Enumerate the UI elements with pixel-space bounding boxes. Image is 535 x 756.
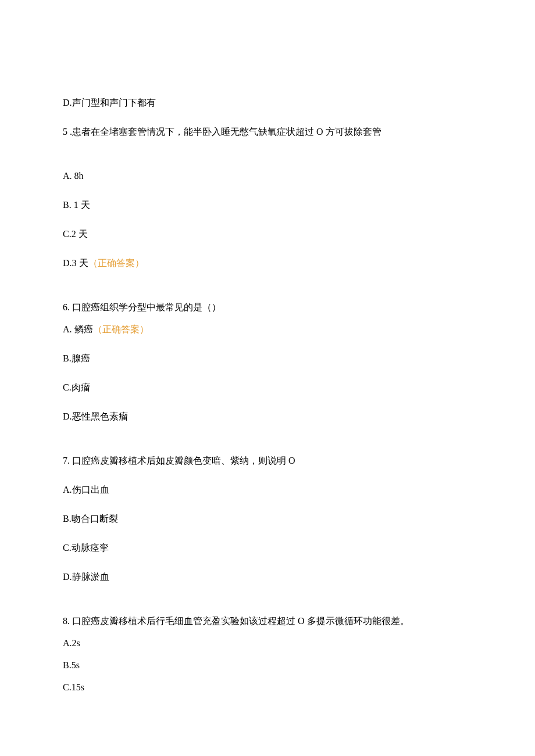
q7-option-c: C.动脉痉挛 xyxy=(63,541,472,555)
q7-question: 7. 口腔癌皮瓣移植术后如皮瓣颜色变暗、紫纳，则说明 O xyxy=(63,454,472,468)
q6-option-d: D.恶性黑色素瘤 xyxy=(63,410,472,424)
q8-option-a-text: A.2s xyxy=(63,638,80,648)
q5-option-b-text: B. 1 天 xyxy=(63,200,90,210)
q8-option-c-text: C.15s xyxy=(63,682,84,692)
q7-option-b-text: B.吻合口断裂 xyxy=(63,514,118,524)
q6-question-text: 6. 口腔癌组织学分型中最常见的是（） xyxy=(63,302,221,312)
q8-option-c: C.15s xyxy=(63,680,472,694)
q7-question-text: 7. 口腔癌皮瓣移植术后如皮瓣颜色变暗、紫纳，则说明 O xyxy=(63,456,295,465)
q6-option-d-text: D.恶性黑色素瘤 xyxy=(63,411,128,421)
q5-option-b: B. 1 天 xyxy=(63,198,472,212)
q4-option-d-text: D.声门型和声门下都有 xyxy=(63,98,156,108)
q5-option-d-text: D.3 天 xyxy=(63,258,88,268)
q4-option-d: D.声门型和声门下都有 xyxy=(63,96,472,110)
q5-correct-label: （正确答案） xyxy=(88,258,144,268)
q8-option-b-text: B.5s xyxy=(63,660,80,670)
q5-question-text: 5 .患者在全堵塞套管情况下，能半卧入睡无憋气缺氧症状超过 O 方可拔除套管 xyxy=(63,127,381,137)
q5-question: 5 .患者在全堵塞套管情况下，能半卧入睡无憋气缺氧症状超过 O 方可拔除套管 xyxy=(63,125,472,139)
q7-option-a: A.伤口出血 xyxy=(63,483,472,497)
q5-option-c: C.2 天 xyxy=(63,227,472,241)
q6-correct-label: （正确答案） xyxy=(93,324,149,334)
q6-option-a: A. 鳞癌（正确答案） xyxy=(63,323,472,336)
q7-option-a-text: A.伤口出血 xyxy=(63,485,109,495)
q5-option-a-text: A. 8h xyxy=(63,171,84,181)
q8-option-b: B.5s xyxy=(63,658,472,672)
q7-option-d: D.静脉淤血 xyxy=(63,570,472,584)
q6-question: 6. 口腔癌组织学分型中最常见的是（） xyxy=(63,300,472,314)
q6-option-b: B.腺癌 xyxy=(63,352,472,366)
q6-option-c-text: C.肉瘤 xyxy=(63,382,90,392)
q8-question-text: 8. 口腔癌皮瓣移植术后行毛细血管充盈实验如该过程超过 O 多提示微循环功能很差… xyxy=(63,616,409,626)
q6-option-a-text: A. 鳞癌 xyxy=(63,324,93,334)
q7-option-d-text: D.静脉淤血 xyxy=(63,572,109,582)
q7-option-c-text: C.动脉痉挛 xyxy=(63,543,109,553)
q5-option-c-text: C.2 天 xyxy=(63,229,88,239)
q6-option-b-text: B.腺癌 xyxy=(63,353,90,363)
q7-option-b: B.吻合口断裂 xyxy=(63,512,472,526)
q8-question: 8. 口腔癌皮瓣移植术后行毛细血管充盈实验如该过程超过 O 多提示微循环功能很差… xyxy=(63,614,472,628)
q6-option-c: C.肉瘤 xyxy=(63,381,472,395)
q5-option-a: A. 8h xyxy=(63,169,472,183)
q5-option-d: D.3 天（正确答案） xyxy=(63,256,472,270)
q8-option-a: A.2s xyxy=(63,636,472,650)
